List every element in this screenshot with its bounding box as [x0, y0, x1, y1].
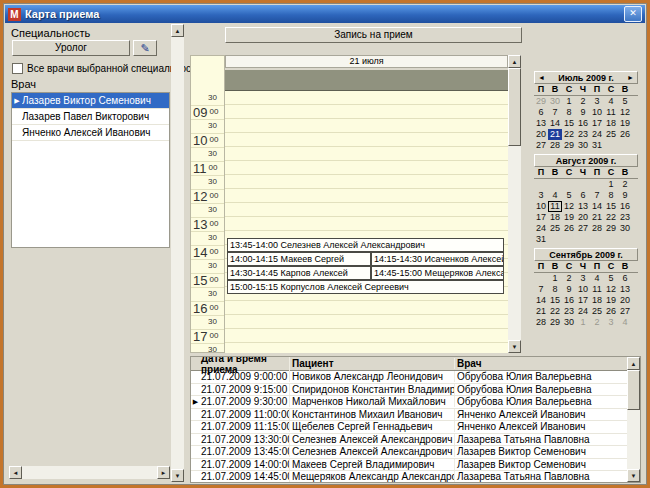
scroll-right-icon[interactable]: ►	[157, 466, 170, 479]
schedule-vertical-scrollbar[interactable]: ▲ ▼	[508, 55, 521, 353]
calendar-day[interactable]: 21	[534, 306, 548, 317]
calendar-day[interactable]: 6	[534, 107, 548, 118]
scroll-up-icon[interactable]: ▲	[508, 55, 521, 68]
calendar-day[interactable]: 22	[562, 129, 576, 140]
scrollbar-track[interactable]	[627, 370, 640, 469]
calendar-day[interactable]: 3	[576, 273, 590, 284]
schedule-slot[interactable]	[225, 217, 508, 231]
calendar-day[interactable]: 8	[604, 190, 618, 201]
calendar-day[interactable]: 6	[618, 273, 632, 284]
all-doctors-checkbox[interactable]	[12, 63, 23, 74]
calendar-day[interactable]: 13	[618, 284, 632, 295]
calendar-day[interactable]: 11	[590, 284, 604, 295]
table-row[interactable]: 21.07.2009 11:15:00Щебелев Сергей Геннад…	[191, 421, 640, 434]
calendar-day[interactable]: 20	[618, 295, 632, 306]
calendar-day[interactable]: 29	[562, 140, 576, 151]
calendar-day[interactable]: 17	[534, 212, 548, 223]
calendar-day[interactable]: 23	[562, 306, 576, 317]
appointments-table[interactable]: Дата и время приема Пациент Врач 21.07.2…	[190, 356, 641, 483]
schedule-slot[interactable]	[225, 105, 508, 119]
calendar-day[interactable]: 3	[590, 96, 604, 107]
calendar-day[interactable]: 18	[604, 118, 618, 129]
calendar-day[interactable]: 9	[576, 107, 590, 118]
calendar-day[interactable]: 13	[534, 118, 548, 129]
calendar-day[interactable]: 22	[604, 212, 618, 223]
appointment-block[interactable]: 14:15-14:30 Исаченков Алексей	[371, 252, 504, 266]
calendar-day[interactable]: 26	[604, 306, 618, 317]
table-row[interactable]: 21.07.2009 14:45:00Мещеряков Александр А…	[191, 471, 640, 483]
calendar-day[interactable]: 4	[604, 96, 618, 107]
table-row[interactable]: 21.07.2009 14:00:00Макеев Сергей Владими…	[191, 459, 640, 472]
calendar-day[interactable]: 18	[548, 212, 562, 223]
calendar-day[interactable]: 11	[604, 107, 618, 118]
calendar-day[interactable]: 31	[590, 140, 604, 151]
calendar-day[interactable]: 4	[618, 317, 632, 328]
calendar-day[interactable]: 28	[548, 140, 562, 151]
calendar-day[interactable]: 7	[548, 107, 562, 118]
calendar-day[interactable]: 16	[562, 295, 576, 306]
schedule-slot[interactable]	[225, 147, 508, 161]
calendar-day[interactable]: 26	[618, 129, 632, 140]
appointment-block[interactable]: 14:30-14:45 Карпов Алексей	[227, 266, 371, 280]
appointment-block[interactable]: 14:45-15:00 Мещеряков Александр	[371, 266, 504, 280]
calendar-day[interactable]: 8	[548, 284, 562, 295]
calendar-day[interactable]: 30	[548, 96, 562, 107]
table-row[interactable]: 21.07.2009 11:00:00Константинов Михаил И…	[191, 409, 640, 422]
calendar-day[interactable]: 5	[604, 273, 618, 284]
schedule-slot[interactable]	[225, 133, 508, 147]
calendar-day[interactable]: 30	[562, 317, 576, 328]
calendar-day[interactable]: 3	[534, 190, 548, 201]
calendar-day[interactable]: 15	[548, 295, 562, 306]
doctor-list[interactable]: ▶Лазарев Виктор СеменовичЛазарев Павел В…	[11, 92, 170, 248]
calendar-day[interactable]: 4	[548, 190, 562, 201]
calendar-day[interactable]: 1	[576, 317, 590, 328]
calendar-day[interactable]: 2	[562, 273, 576, 284]
appointment-block[interactable]: 15:00-15:15 Корпуслов Алексей Сергеевич	[227, 280, 504, 294]
titlebar[interactable]: M Карта приема ✕	[5, 5, 645, 23]
calendar-day[interactable]: 17	[576, 295, 590, 306]
calendar-day[interactable]: 17	[590, 118, 604, 129]
calendar-day[interactable]: 10	[590, 107, 604, 118]
calendar-day[interactable]: 5	[562, 190, 576, 201]
close-button[interactable]: ✕	[624, 6, 642, 22]
calendar-day[interactable]: 25	[590, 306, 604, 317]
calendar-day[interactable]: 25	[548, 223, 562, 234]
schedule-slot[interactable]	[225, 119, 508, 133]
table-row[interactable]: 21.07.2009 9:00:00Новиков Александр Леон…	[191, 371, 640, 384]
calendar-day[interactable]: 28	[590, 223, 604, 234]
calendar-day[interactable]: 12	[562, 201, 576, 212]
calendar-day[interactable]: 27	[576, 223, 590, 234]
schedule-slot[interactable]	[225, 91, 508, 105]
calendar-day[interactable]: 1	[548, 273, 562, 284]
schedule-slot[interactable]	[225, 343, 508, 353]
calendar-day[interactable]: 20	[576, 212, 590, 223]
calendar-day[interactable]: 21	[548, 129, 562, 140]
calendar-day[interactable]: 2	[590, 317, 604, 328]
calendar-day[interactable]: 24	[590, 129, 604, 140]
column-header-doctor[interactable]: Врач	[455, 358, 640, 369]
scrollbar-track[interactable]	[171, 37, 184, 469]
calendar-day[interactable]: 24	[576, 306, 590, 317]
calendar-day[interactable]: 2	[618, 179, 632, 190]
calendar-day[interactable]: 28	[534, 317, 548, 328]
table-row[interactable]: ▶21.07.2009 9:30:00Марченков Николай Мих…	[191, 396, 640, 409]
schedule-slot[interactable]	[225, 175, 508, 189]
calendar-day[interactable]: 8	[562, 107, 576, 118]
schedule-slot[interactable]	[225, 203, 508, 217]
calendar-day[interactable]: 16	[618, 201, 632, 212]
calendar-day[interactable]: 22	[548, 306, 562, 317]
scroll-down-icon[interactable]: ▼	[171, 469, 184, 482]
calendar-day[interactable]: 14	[590, 201, 604, 212]
scrollbar-thumb[interactable]	[627, 370, 640, 410]
calendar-day[interactable]: 21	[590, 212, 604, 223]
scroll-up-icon[interactable]: ▲	[171, 24, 184, 37]
calendar-day[interactable]: 12	[618, 107, 632, 118]
calendar-day[interactable]: 27	[618, 306, 632, 317]
schedule-slot[interactable]	[225, 315, 508, 329]
calendar-day[interactable]: 4	[590, 273, 604, 284]
prev-month-icon[interactable]: ◄	[538, 73, 545, 83]
calendar-day[interactable]: 31	[534, 234, 548, 245]
calendar-day[interactable]: 11	[548, 201, 562, 212]
calendar-day[interactable]: 30	[576, 140, 590, 151]
appointment-block[interactable]: 13:45-14:00 Селезнев Алексей Александров…	[227, 238, 504, 252]
